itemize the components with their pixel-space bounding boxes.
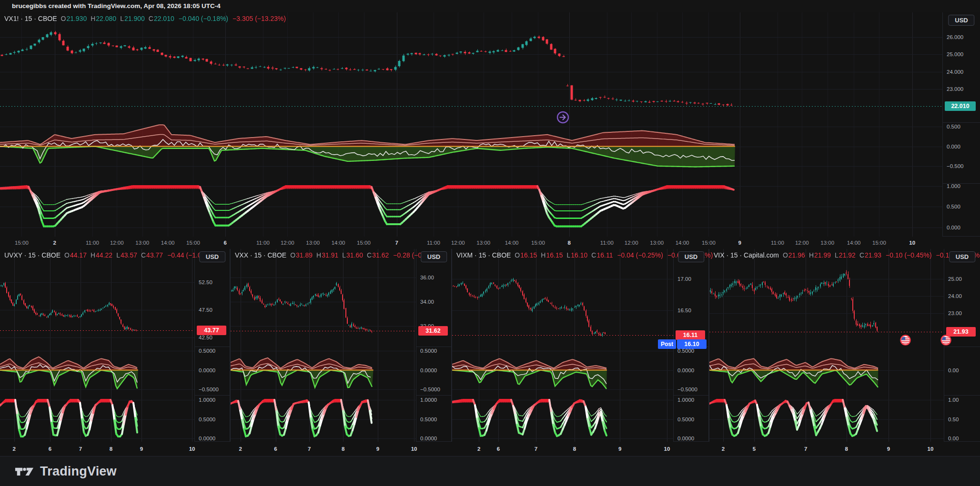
symbol-title[interactable]: VIXM · 15 · CBOE xyxy=(456,251,511,259)
time-axis-label: 6 xyxy=(497,446,500,452)
ohlc-letter: H xyxy=(316,251,321,259)
price-scale-axis[interactable]: 1.00000.50000.0000 xyxy=(673,396,708,441)
price-scale-axis[interactable]: 25.0024.0023.00USD21.93 xyxy=(944,249,980,347)
price-scale-axis[interactable]: 0.50000.0000−0.5000 xyxy=(673,347,708,395)
price-badge: 31.62 xyxy=(418,326,448,336)
price-scale-axis[interactable]: 1.000.500.00 xyxy=(944,396,980,441)
price-scale-axis[interactable]: 17.0016.50USD16.11Post16.10 xyxy=(673,249,708,347)
price-scale-axis[interactable]: 0.50000.0000−0.5000 xyxy=(416,347,451,395)
time-axis-label: 8 xyxy=(573,446,576,452)
oscillator-pane-canvas[interactable] xyxy=(709,396,944,442)
ribbon-pane-canvas[interactable] xyxy=(0,347,194,396)
time-axis-label: 9 xyxy=(738,240,741,246)
time-axis[interactable]: 2678910 xyxy=(231,442,452,456)
chart-vix[interactable]: 25.0024.0023.00USD21.930.001.000.500.002… xyxy=(709,249,980,456)
price-pane-canvas[interactable] xyxy=(452,249,673,347)
currency-usd-button[interactable]: USD xyxy=(421,251,447,262)
axis-tick-label: 16.50 xyxy=(677,307,691,313)
axis-tick-label: 0.5000 xyxy=(199,348,215,354)
ribbon-pane-canvas[interactable] xyxy=(709,347,944,396)
price-badge: 21.93 xyxy=(946,327,976,337)
price-scale-axis[interactable]: 36.0034.0032.00USD31.62 xyxy=(416,249,451,347)
price-pane-canvas[interactable] xyxy=(231,249,416,347)
time-axis[interactable]: 2678910 xyxy=(452,442,709,456)
chart-vx1[interactable]: 26.00025.00024.00023.000USD22.0100.5000.… xyxy=(0,12,980,249)
symbol-legend: VX1! · 15 · CBOEO21.930H22.080L21.900C22… xyxy=(4,15,286,22)
time-axis-label: 6 xyxy=(224,240,227,246)
time-axis[interactable]: 2678910 xyxy=(0,442,231,456)
axis-tick-label: 0.000 xyxy=(947,225,960,230)
axis-tick-label: 34.00 xyxy=(420,299,434,305)
time-axis-label: 11:00 xyxy=(771,240,784,246)
chart-vixm[interactable]: 17.0016.50USD16.11Post16.100.50000.0000−… xyxy=(452,249,709,456)
price-scale-axis[interactable]: 52.5047.5042.50USD43.77 xyxy=(194,249,230,347)
time-axis-label: 8 xyxy=(110,446,112,452)
price-pane-canvas[interactable] xyxy=(0,12,942,123)
oscillator-pane-canvas[interactable] xyxy=(0,396,194,442)
post-market-badge: Post16.10 xyxy=(679,339,707,349)
tradingview-brand-text[interactable]: TradingView xyxy=(40,464,117,479)
price-scale-axis[interactable]: 0.5000.000−0.500 xyxy=(942,123,980,183)
time-axis-label: 10 xyxy=(411,446,417,452)
time-axis-label: 11:00 xyxy=(256,240,270,246)
time-axis[interactable]: 15:00211:0012:0013:0014:0015:00611:0012:… xyxy=(0,237,980,249)
price-scale-axis[interactable]: 26.00025.00024.00023.000USD22.010 xyxy=(942,12,980,122)
ohlc-letter: H xyxy=(541,251,546,259)
us-flag-event-icon[interactable] xyxy=(940,335,951,347)
ribbon-pane-canvas[interactable] xyxy=(231,347,416,396)
subcharts-row: 52.5047.5042.50USD43.770.50000.0000−0.50… xyxy=(0,249,980,456)
price-scale-axis[interactable]: 0.50000.0000−0.5000 xyxy=(194,347,230,395)
axis-tick-label: 23.00 xyxy=(948,310,962,316)
axis-tick-label: 0.0000 xyxy=(677,436,694,441)
axis-tick-label: 1.000 xyxy=(947,183,960,189)
currency-usd-button[interactable]: USD xyxy=(678,251,704,262)
time-axis-label: 13:00 xyxy=(650,240,664,246)
symbol-legend: VXX · 15 · CBOEO31.89H31.91L31.60C31.62−… xyxy=(235,251,445,259)
time-axis-label: 14:00 xyxy=(505,240,519,246)
price-scale-axis[interactable]: 1.0000.5000.000 xyxy=(942,184,980,236)
symbol-title[interactable]: UVXY · 15 · CBOE xyxy=(4,251,61,259)
time-axis[interactable]: 2578910 xyxy=(709,442,980,456)
ohlc-letter: C xyxy=(149,15,153,22)
ribbon-pane-canvas[interactable] xyxy=(452,347,673,396)
price-scale-axis[interactable]: 0.00 xyxy=(944,347,980,395)
chart-uvxy[interactable]: 52.5047.5042.50USD43.770.50000.0000−0.50… xyxy=(0,249,231,456)
time-axis-label: 2 xyxy=(53,240,56,246)
price-scale-axis[interactable]: 1.00000.50000.0000 xyxy=(416,396,451,441)
currency-usd-button[interactable]: USD xyxy=(948,15,974,26)
tradingview-logo-icon[interactable] xyxy=(14,465,34,478)
time-axis-label: 14:00 xyxy=(676,240,689,246)
time-axis-label: 14:00 xyxy=(161,240,175,246)
time-axis-label: 15:00 xyxy=(702,240,716,246)
us-flag-event-icon[interactable] xyxy=(900,335,911,347)
axis-tick-label: 0.0000 xyxy=(677,367,694,373)
oscillator-pane-canvas[interactable] xyxy=(0,184,942,237)
ribbon-pane-canvas[interactable] xyxy=(0,123,942,184)
time-axis-label: 8 xyxy=(342,446,344,452)
axis-tick-label: 0.5000 xyxy=(199,417,215,422)
time-axis-label: 15:00 xyxy=(357,240,371,246)
axis-tick-label: 0.0000 xyxy=(420,367,437,373)
ohlc-value: 16.11 xyxy=(596,251,613,259)
oscillator-pane-canvas[interactable] xyxy=(452,396,673,442)
change-value: −3.305 (−13.23%) xyxy=(232,15,286,22)
time-axis-label: 7 xyxy=(535,446,537,452)
ohlc-value: 44.17 xyxy=(70,251,87,259)
ohlc-value: 31.91 xyxy=(322,251,338,259)
chart-vxx[interactable]: 36.0034.0032.00USD31.620.50000.0000−0.50… xyxy=(231,249,452,456)
symbol-title[interactable]: VX1! · 15 · CBOE xyxy=(4,15,57,22)
symbol-title[interactable]: VIX · 15 · Capital.com xyxy=(714,251,779,259)
axis-tick-label: 24.000 xyxy=(947,69,963,75)
currency-usd-button[interactable]: USD xyxy=(199,251,225,262)
symbol-title[interactable]: VXX · 15 · CBOE xyxy=(235,251,286,259)
oscillator-pane-canvas[interactable] xyxy=(231,396,416,442)
currency-usd-button[interactable]: USD xyxy=(949,251,975,262)
axis-tick-label: 42.50 xyxy=(199,335,212,340)
contract-rollover-icon[interactable] xyxy=(556,111,569,126)
price-scale-axis[interactable]: 1.00000.50000.0000 xyxy=(194,396,230,441)
axis-tick-label: −0.500 xyxy=(947,163,964,169)
price-pane-canvas[interactable] xyxy=(709,249,944,347)
price-pane-canvas[interactable] xyxy=(0,249,194,347)
ohlc-value: 21.99 xyxy=(814,251,831,259)
axis-tick-label: 0.5000 xyxy=(420,417,437,422)
